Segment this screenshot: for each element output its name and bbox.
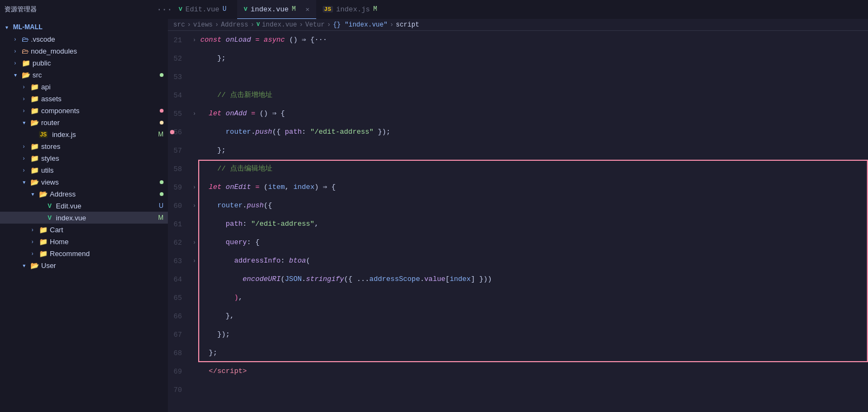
line-number: 55 bbox=[168, 110, 191, 118]
vue-file-icon: V bbox=[48, 202, 51, 209]
item-label: Recommend bbox=[50, 250, 168, 258]
sidebar-item-recommend[interactable]: › 📁 Recommend bbox=[0, 247, 168, 259]
fold-arrow[interactable]: › bbox=[191, 203, 198, 209]
code-line: 65 ), bbox=[168, 289, 868, 307]
sidebar-item-cart[interactable]: › 📁 Cart bbox=[0, 224, 168, 236]
chevron-down-icon: ▾ bbox=[28, 191, 37, 197]
chevron-right-icon: › bbox=[19, 96, 28, 102]
sidebar-item-edit-vue[interactable]: V Edit.vue U bbox=[0, 200, 168, 212]
fold-arrow[interactable]: › bbox=[191, 240, 198, 246]
code-line: 70 bbox=[168, 381, 868, 399]
fold-arrow[interactable]: › bbox=[191, 37, 198, 43]
chevron-right-icon: › bbox=[19, 84, 28, 90]
code-line: 21 › const onLoad = async () ⇒ {··· bbox=[168, 31, 868, 49]
sidebar-item-assets[interactable]: › 📁 assets bbox=[0, 93, 168, 104]
line-number: 57 bbox=[168, 147, 191, 155]
vue-icon: V bbox=[179, 6, 182, 12]
fold-arrow[interactable]: › bbox=[191, 258, 198, 264]
fold-arrow[interactable]: › bbox=[191, 185, 198, 191]
vue-file-icon: V bbox=[48, 214, 51, 221]
breakpoint-dot[interactable] bbox=[170, 130, 174, 134]
chevron-down-icon: ▾ bbox=[2, 24, 11, 30]
modified-badge: M bbox=[158, 130, 164, 138]
code-line: 63 › addressInfo: btoa( bbox=[168, 252, 868, 270]
folder-icon: 🗁 bbox=[22, 47, 29, 55]
more-icon[interactable]: ··· bbox=[156, 5, 172, 15]
modified-dot bbox=[160, 109, 164, 113]
sidebar-item-home[interactable]: › 📁 Home bbox=[0, 236, 168, 247]
line-content: const onLoad = async () ⇒ {··· bbox=[198, 31, 868, 49]
folder-icon: 📂 bbox=[30, 178, 39, 186]
main-layout: ▾ ML-MALL › 🗁 .vscode › 🗁 node_modules ›… bbox=[0, 19, 868, 412]
line-content: }; bbox=[198, 344, 868, 362]
chevron-right-icon: › bbox=[11, 36, 19, 42]
sidebar-item-root[interactable]: ▾ ML-MALL bbox=[0, 21, 168, 33]
sidebar-item-components[interactable]: › 📁 components bbox=[0, 104, 168, 116]
chevron-right-icon: › bbox=[28, 239, 37, 245]
sidebar-item-api[interactable]: › 📁 api bbox=[0, 81, 168, 93]
sidebar-item-user[interactable]: ▾ 📂 User bbox=[0, 259, 168, 271]
modified-dot bbox=[160, 121, 164, 125]
line-content: addressInfo: btoa( bbox=[198, 252, 868, 270]
code-line: 67 }); bbox=[168, 325, 868, 344]
code-lines: 21 › const onLoad = async () ⇒ {··· 52 }… bbox=[168, 31, 868, 412]
bc-views: views bbox=[193, 21, 213, 29]
sidebar-item-router[interactable]: ▾ 📂 router bbox=[0, 116, 168, 128]
item-label: index.js bbox=[52, 130, 156, 139]
tab-bar: V Edit.vue U V index.vue M ✕ JS index.js… bbox=[172, 0, 864, 19]
sidebar-item-vscode[interactable]: › 🗁 .vscode bbox=[0, 33, 168, 45]
tab-edit-vue[interactable]: V Edit.vue U bbox=[172, 0, 237, 19]
line-number: 60 bbox=[168, 202, 191, 210]
line-number: 58 bbox=[168, 165, 191, 173]
code-line: 54 // 点击新增地址 bbox=[168, 86, 868, 104]
breadcrumb: src › views › Address › V index.vue › Ve… bbox=[168, 19, 868, 31]
bc-vue-icon: V bbox=[257, 22, 260, 28]
item-label: User bbox=[41, 261, 168, 270]
line-number: 52 bbox=[168, 55, 191, 63]
sidebar-title: 资源管理器 bbox=[4, 5, 37, 14]
sidebar-item-views[interactable]: ▾ 📂 views bbox=[0, 176, 168, 188]
sidebar-item-router-indexjs[interactable]: JS index.js M bbox=[0, 128, 168, 140]
sidebar-item-public[interactable]: › 📁 public bbox=[0, 57, 168, 69]
chevron-right-icon: › bbox=[11, 60, 19, 66]
chevron-down-icon: ▾ bbox=[19, 120, 28, 126]
sidebar-item-stores[interactable]: › 📁 stores bbox=[0, 140, 168, 152]
item-label: styles bbox=[41, 154, 168, 162]
tab-index-vue[interactable]: V index.vue M ✕ bbox=[237, 0, 316, 19]
sidebar-item-styles[interactable]: › 📁 styles bbox=[0, 152, 168, 164]
sidebar-item-utils[interactable]: › 📁 utils bbox=[0, 164, 168, 176]
sidebar-root: ▾ ML-MALL › 🗁 .vscode › 🗁 node_modules ›… bbox=[0, 19, 168, 273]
folder-icon: 📁 bbox=[22, 59, 30, 67]
line-content: encodeURI(JSON.stringify({ ...addressSco… bbox=[198, 270, 868, 289]
folder-icon: 📂 bbox=[30, 261, 39, 270]
line-content: query: { bbox=[198, 233, 868, 252]
line-content: }, bbox=[198, 307, 868, 325]
sidebar-item-src[interactable]: ▾ 📂 src bbox=[0, 69, 168, 81]
tab-index-js[interactable]: JS index.js M bbox=[316, 0, 388, 19]
item-label: router bbox=[41, 119, 158, 127]
sidebar-item-index-vue[interactable]: V index.vue M bbox=[0, 212, 168, 224]
folder-icon: 📁 bbox=[39, 250, 48, 258]
tab-badge: M bbox=[292, 5, 296, 13]
line-content: }; bbox=[198, 141, 868, 160]
line-content: router.push({ path: "/edit-address" }); bbox=[198, 123, 868, 141]
bc-sep: › bbox=[187, 21, 191, 29]
line-number: 62 bbox=[168, 239, 191, 247]
line-number: 53 bbox=[168, 73, 191, 81]
close-tab-icon[interactable]: ✕ bbox=[305, 5, 309, 14]
bc-script: script bbox=[396, 21, 419, 29]
vue-icon: V bbox=[244, 6, 247, 12]
editor-content[interactable]: 21 › const onLoad = async () ⇒ {··· 52 }… bbox=[168, 31, 868, 412]
item-label: stores bbox=[41, 142, 168, 151]
fold-arrow[interactable]: › bbox=[191, 111, 198, 117]
sidebar-item-address[interactable]: ▾ 📂 Address bbox=[0, 188, 168, 200]
chevron-right-icon: › bbox=[19, 167, 28, 173]
code-line: 52 }; bbox=[168, 49, 868, 68]
folder-icon: 📁 bbox=[30, 95, 39, 103]
chevron-right-icon: › bbox=[19, 143, 28, 149]
sidebar-item-node-modules[interactable]: › 🗁 node_modules bbox=[0, 45, 168, 57]
item-label: Address bbox=[50, 190, 158, 198]
folder-icon: 📁 bbox=[39, 226, 48, 234]
item-label: Edit.vue bbox=[56, 202, 156, 210]
code-line: 61 path: "/edit-address", bbox=[168, 215, 868, 233]
